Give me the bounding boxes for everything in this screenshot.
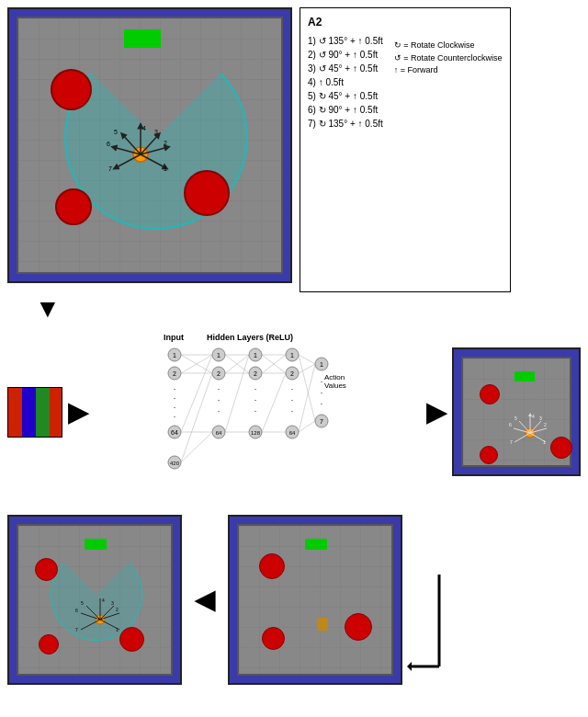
svg-text:1: 1 (217, 352, 220, 358)
action-left: 1) ↺ 135° + ↑ 0.5ft 2) ↺ 90° + ↑ 0.5ft 3… (308, 34, 383, 131)
panel-d-inner (237, 524, 393, 676)
main-container: 4 3 5 2 6 (0, 0, 588, 717)
obstacle-2 (184, 170, 230, 216)
svg-line-73 (181, 373, 212, 462)
action-item-5: 5) ↻ 45° + ↑ 0.5ft (308, 89, 383, 103)
svg-text:1: 1 (290, 352, 294, 358)
top-row: 4 3 5 2 6 (7, 7, 581, 292)
bottom-section: 4 3 5 2 6 1 7 (7, 515, 581, 685)
svg-text:64: 64 (289, 430, 296, 436)
panel-d (228, 515, 402, 685)
svg-text:2: 2 (254, 370, 257, 377)
obstacle-c3 (480, 446, 498, 464)
svg-text:·: · (291, 406, 294, 415)
svg-text:3: 3 (111, 600, 114, 606)
corner-arrow-svg (407, 575, 444, 685)
svg-text:5: 5 (114, 129, 118, 135)
obstacle-e3 (39, 634, 59, 654)
agent-d-moving (317, 618, 328, 631)
svg-text:·: · (174, 393, 176, 403)
action-1: 1) ↺ 135° + ↑ 0.5ft 2) ↺ 90° + ↑ 0.5ft 3… (308, 34, 503, 131)
svg-text:64: 64 (171, 429, 178, 436)
svg-text:6: 6 (75, 608, 78, 613)
svg-text:·: · (174, 403, 176, 412)
panel-a1-inner: 4 3 5 2 6 (17, 17, 283, 274)
action-item-7: 7) ↻ 135° + ↑ 0.5ft (308, 117, 383, 131)
svg-text:3: 3 (539, 415, 542, 421)
arrows-svg: 4 3 5 2 6 (104, 118, 177, 191)
svg-text:·: · (218, 395, 220, 404)
svg-text:5: 5 (514, 415, 517, 421)
obstacle-3 (55, 188, 92, 225)
middle-row: ▶ Input Hidden Layers (ReLU) Action Valu… (7, 320, 581, 504)
left-arrow-icon: ◀ (195, 585, 215, 615)
nn-svg: Input Hidden Layers (ReLU) Action Values… (94, 329, 421, 495)
svg-text:7: 7 (320, 418, 323, 425)
svg-text:·: · (218, 384, 220, 393)
svg-text:3: 3 (154, 129, 158, 135)
svg-text:·: · (254, 384, 257, 393)
svg-line-72 (181, 432, 212, 462)
svg-text:4: 4 (102, 598, 105, 603)
legend-ccw: ↺ = Rotate Counterclockwise (394, 52, 503, 65)
svg-text:420: 420 (170, 461, 180, 466)
panel-e-inner: 4 3 5 2 6 1 7 (17, 524, 173, 676)
svg-text:·: · (321, 388, 323, 397)
green-target-e (85, 539, 107, 550)
svg-text:64: 64 (216, 430, 222, 436)
svg-text:4: 4 (142, 125, 146, 131)
svg-line-90 (299, 364, 315, 432)
obstacle-d2 (345, 613, 372, 641)
arrow-b-to-nn: ▶ (68, 397, 88, 427)
svg-line-79 (225, 355, 249, 432)
obstacle-c1 (480, 384, 500, 404)
svg-text:2: 2 (116, 607, 119, 612)
svg-text:7: 7 (75, 627, 78, 632)
svg-line-86 (299, 355, 315, 364)
svg-line-89 (299, 355, 315, 421)
obstacle-e1 (35, 558, 58, 581)
fov-down-group: ▼ (7, 296, 292, 322)
svg-text:6: 6 (509, 422, 512, 427)
svg-text:4: 4 (532, 414, 535, 419)
legend: ↻ = Rotate Clockwise ↺ = Rotate Counterc… (394, 38, 503, 131)
panel-a2: A2 1) ↺ 135° + ↑ 0.5ft 2) ↺ 90° + ↑ 0.5f… (300, 7, 511, 292)
svg-text:2: 2 (290, 370, 294, 377)
green-target (124, 29, 161, 48)
svg-text:·: · (254, 395, 257, 404)
panel-c-inner: 4 3 5 2 6 1 7 (461, 357, 571, 467)
obstacle-d1 (259, 553, 285, 579)
svg-text:1: 1 (173, 352, 176, 358)
svg-text:1: 1 (543, 439, 546, 445)
svg-marker-124 (407, 662, 412, 671)
svg-text:Action: Action (324, 373, 345, 381)
panel-a1: 4 3 5 2 6 (7, 7, 292, 283)
legend-fwd: ↑ = Forward (394, 64, 503, 77)
arrow-d-to-e: ◀ (182, 515, 228, 685)
svg-text:Values: Values (324, 381, 346, 390)
svg-text:2: 2 (173, 370, 176, 377)
svg-text:·: · (174, 412, 176, 421)
svg-text:2: 2 (217, 370, 220, 377)
arrow-nn-to-c: ▶ (426, 397, 447, 427)
a2-header: A2 (308, 14, 503, 32)
panel-c: 4 3 5 2 6 1 7 (452, 347, 581, 476)
svg-text:6: 6 (107, 141, 110, 147)
svg-text:·: · (218, 406, 220, 415)
action-arrows: 4 3 5 2 6 (104, 118, 177, 191)
svg-text:·: · (321, 399, 323, 408)
svg-text:·: · (254, 406, 257, 415)
svg-line-104 (514, 433, 530, 442)
panel-a2-wrapper: A2 1) ↺ 135° + ↑ 0.5ft 2) ↺ 90° + ↑ 0.5f… (300, 7, 581, 292)
down-arrow-icon: ▼ (35, 296, 61, 322)
action-item-3: 3) ↺ 45° + ↑ 0.5ft (308, 62, 383, 75)
panel-e: 4 3 5 2 6 1 7 (7, 515, 182, 685)
svg-line-71 (181, 355, 212, 432)
svg-text:7: 7 (510, 439, 513, 445)
svg-text:·: · (291, 395, 294, 404)
green-target-d (305, 539, 327, 550)
svg-text:5: 5 (81, 600, 84, 606)
arrows-c-svg: 4 3 5 2 6 1 7 (507, 410, 553, 456)
svg-text:1: 1 (320, 361, 323, 368)
obstacle-1 (51, 69, 92, 110)
